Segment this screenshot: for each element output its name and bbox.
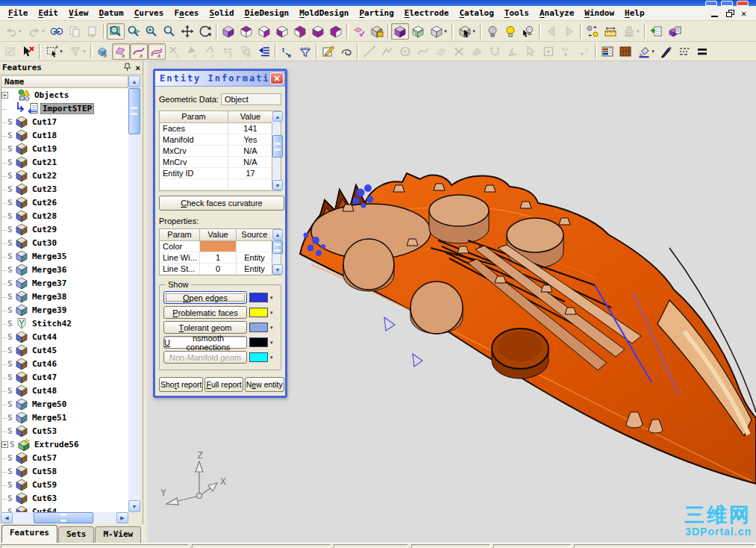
menu-tools[interactable]: Tools (499, 7, 534, 19)
show-by-pick-icon[interactable] (519, 23, 537, 40)
tree-item-cut44[interactable]: –SCut44 (1, 330, 128, 343)
prop-table-header-source[interactable]: Source (237, 229, 273, 241)
display-textured-icon[interactable] (409, 23, 427, 40)
tree-item-label[interactable]: Cut58 (30, 466, 59, 477)
tree-item-label[interactable]: Cut19 (30, 143, 59, 155)
tree-item-label[interactable]: Cut21 (30, 157, 59, 168)
tree-item-cut29[interactable]: –SCut29 (1, 222, 128, 236)
tree-item-label[interactable]: Cut63 (30, 493, 59, 504)
tree-item-label[interactable]: Objects (32, 90, 71, 101)
zoom-all-icon[interactable] (107, 23, 125, 40)
prop-table-scroll-down[interactable]: ▼ (272, 264, 283, 275)
tree-item-label[interactable]: Cut18 (30, 130, 59, 141)
short-report-button[interactable]: Short report (159, 377, 203, 392)
tree-item-label[interactable]: Cut17 (30, 116, 59, 128)
color-dropdown-icon[interactable]: ▾ (270, 340, 277, 346)
color-swatch[interactable] (249, 352, 268, 362)
zoom-window-icon[interactable] (143, 23, 160, 40)
prop-table-header-param[interactable]: Param (160, 229, 200, 241)
tree-item-stitch42[interactable]: –SStitch42 (1, 317, 128, 330)
view-bottom-icon[interactable] (291, 23, 309, 40)
selection-filter-icon[interactable] (296, 43, 314, 60)
tree-item-label[interactable]: Cut44 (30, 331, 59, 343)
menu-diedesign[interactable]: DieDesign (240, 7, 295, 19)
tab-m-view[interactable]: M-View (95, 526, 141, 543)
select-edges-icon[interactable]: a (148, 43, 166, 60)
hide-entities-icon[interactable] (484, 23, 502, 40)
pick-add-icon[interactable] (43, 43, 66, 60)
tree-item-label[interactable]: Cut26 (30, 197, 59, 208)
color-dropdown-icon[interactable]: ▾ (270, 325, 277, 331)
view-front-icon[interactable] (237, 23, 255, 40)
tree-item-label[interactable]: Cut47 (30, 372, 59, 383)
tree-item-cut63[interactable]: –SCut63 (1, 491, 128, 505)
display-list-icon[interactable] (255, 43, 273, 60)
tree-item-label[interactable]: Merge35 (30, 251, 69, 262)
menu-view[interactable]: View (63, 7, 94, 19)
tree-item-label[interactable]: Cut53 (30, 426, 59, 437)
menu-parting[interactable]: Parting (354, 7, 399, 19)
tree-horizontal-scrollbar[interactable]: ◀ ▶ (1, 512, 128, 523)
menu-edit[interactable]: Edit (34, 7, 64, 19)
lock-view-icon[interactable] (368, 23, 386, 40)
color-dropdown-icon[interactable]: ▾ (270, 310, 277, 316)
info-table-scroll-up[interactable]: ▲ (272, 111, 283, 122)
menu-curves[interactable]: Curves (129, 7, 169, 19)
prop-table-header-value[interactable]: Value (200, 229, 237, 241)
tree-item-label[interactable]: Merge39 (30, 305, 69, 316)
tree-item-extrude56[interactable]: +SExtrude56 (1, 438, 128, 451)
tree-item-merge37[interactable]: –SMerge37 (1, 276, 128, 290)
tree-item-objects[interactable]: +Objects (1, 88, 128, 102)
transform-pick-icon[interactable]: ta (278, 43, 296, 60)
tree-item-label[interactable]: Cut57 (30, 452, 59, 464)
measure-icon[interactable] (602, 23, 619, 40)
mdi-restore-button[interactable] (726, 10, 735, 17)
show-tolerant-geom-button[interactable]: Tolerant geom (163, 321, 247, 334)
tree-item-label[interactable]: Cut45 (30, 345, 59, 356)
new-entity-button[interactable]: New entity (245, 377, 284, 392)
scroll-up-button[interactable]: ▲ (128, 75, 140, 87)
color-swatch[interactable] (249, 293, 268, 302)
view-back-icon[interactable] (255, 23, 273, 40)
color-value-swatch[interactable] (200, 241, 237, 252)
tree-item-label[interactable]: ImportSTEP (40, 103, 94, 114)
tree-item-label[interactable]: Cut29 (30, 224, 59, 235)
geometric-data-field[interactable]: Object (221, 93, 281, 105)
full-report-button[interactable]: Full report (204, 377, 243, 392)
dialog-titlebar[interactable]: Entity Information ✕ (155, 71, 285, 87)
select-solids-icon[interactable]: a (94, 43, 112, 60)
tree-item-merge35[interactable]: –SMerge35 (1, 249, 128, 263)
tree-item-cut21[interactable]: –SCut21 (1, 155, 128, 169)
show-entities-icon[interactable] (502, 23, 519, 40)
info-table-header-value[interactable]: Value (228, 111, 273, 123)
view-isometric-icon[interactable] (219, 23, 237, 40)
tree-item-cut57[interactable]: –SCut57 (1, 451, 128, 464)
new-report-icon[interactable] (648, 23, 666, 40)
check-faces-curvature-button[interactable]: Check faces curvature (159, 196, 284, 211)
tree-item-label[interactable]: Merge51 (30, 412, 69, 423)
color-table-icon[interactable] (599, 43, 616, 60)
horizontal-scroll-thumb[interactable] (34, 512, 93, 523)
mdi-close-button[interactable]: ✕ (741, 10, 750, 17)
menu-catalog[interactable]: Catalog (454, 7, 499, 19)
info-table-scroll-down[interactable]: ▼ (272, 180, 283, 190)
panel-close-icon[interactable]: × (136, 63, 140, 72)
menu-molddesign[interactable]: MoldDesign (294, 7, 354, 19)
menu-analyze[interactable]: Analyze (534, 7, 579, 19)
pick-attributes-icon[interactable] (657, 43, 675, 60)
tree-item-label[interactable]: Cut48 (30, 385, 59, 396)
show-unsmooth-connections-button[interactable]: Unsmooth connections (163, 336, 247, 349)
select-curves-icon[interactable]: a (130, 43, 148, 60)
swap-visibility-icon[interactable] (584, 23, 602, 40)
tree-item-label[interactable]: Extrude56 (32, 439, 81, 450)
view-right-icon[interactable] (327, 23, 345, 40)
display-shaded-icon[interactable] (391, 23, 409, 40)
pan-icon[interactable] (178, 23, 196, 40)
menu-window[interactable]: Window (579, 7, 619, 19)
prop-table-scroll-thumb[interactable] (272, 240, 283, 254)
tree-item-merge50[interactable]: –SMerge50 (1, 397, 128, 411)
preview-eyes-icon[interactable] (48, 23, 66, 40)
view-top-icon[interactable] (273, 23, 291, 40)
expand-icon[interactable]: + (1, 92, 8, 99)
tree-item-cut26[interactable]: –SCut26 (1, 196, 128, 209)
